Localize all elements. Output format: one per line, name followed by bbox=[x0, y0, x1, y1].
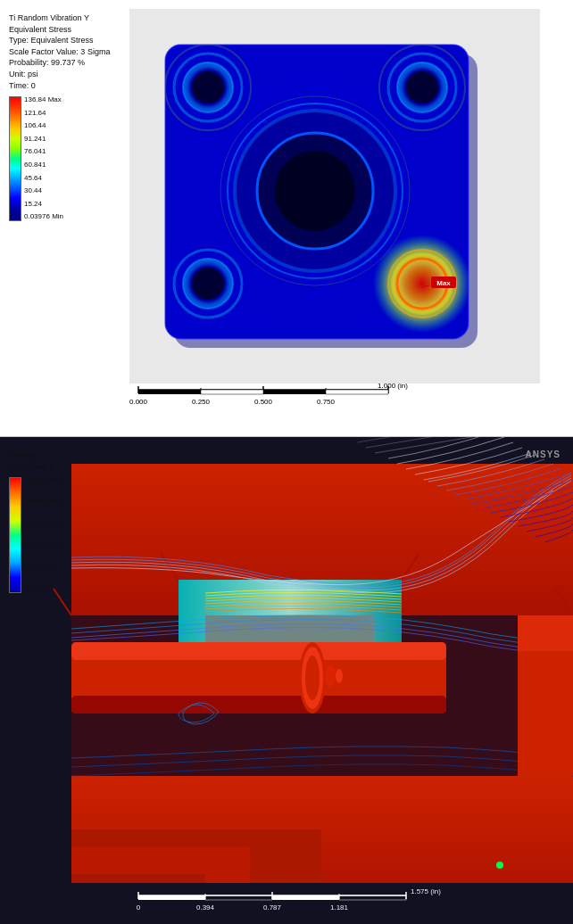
svg-text:0.500: 0.500 bbox=[254, 398, 273, 406]
svg-point-68 bbox=[336, 669, 343, 683]
legend-val-0: 136.84 Max bbox=[24, 96, 63, 104]
top-title: Ti Random Vibration Y bbox=[9, 12, 110, 24]
svg-text:0.250: 0.250 bbox=[192, 398, 211, 406]
svg-text:1.000 (in): 1.000 (in) bbox=[378, 382, 408, 390]
legend-val-7: 30.44 bbox=[24, 187, 63, 195]
bottom-scale-bar: 0 0.394 0.787 1.181 1.575 (in) bbox=[129, 887, 469, 917]
legend-val-4: 76.041 bbox=[24, 148, 63, 156]
svg-point-71 bbox=[496, 862, 503, 869]
svg-rect-42 bbox=[201, 390, 263, 394]
svg-point-31 bbox=[275, 151, 355, 231]
svg-text:0: 0 bbox=[137, 903, 141, 912]
bottom-title2: Streamline 1 bbox=[9, 461, 62, 473]
bottom-legend-val-1: 1.359e+002 bbox=[24, 499, 62, 507]
svg-rect-41 bbox=[138, 390, 201, 394]
bottom-legend: Velocity Streamline 1 1.812e+002 1.359e+… bbox=[9, 450, 62, 593]
svg-point-16 bbox=[192, 268, 224, 300]
cfd-visualization bbox=[0, 437, 573, 924]
bottom-title1: Velocity bbox=[9, 450, 62, 461]
svg-rect-63 bbox=[71, 696, 446, 714]
legend-val-5: 60.841 bbox=[24, 161, 63, 169]
legend-val-3: 91.241 bbox=[24, 136, 63, 144]
top-colorbar bbox=[9, 96, 21, 221]
top-scale-bar: 0.000 0.250 0.500 0.750 1.000 (in) bbox=[129, 381, 451, 411]
svg-point-11 bbox=[406, 71, 438, 103]
bottom-colorbar bbox=[9, 477, 21, 593]
bottom-panel: Velocity Streamline 1 1.812e+002 1.359e+… bbox=[0, 437, 573, 924]
svg-text:0.750: 0.750 bbox=[317, 398, 336, 406]
bottom-legend-val-3: 4.531e+001 bbox=[24, 542, 62, 550]
bottom-legend-val-4: 3.922e-003 bbox=[24, 564, 62, 572]
svg-text:0.000: 0.000 bbox=[129, 398, 148, 406]
legend-val-1: 121.64 bbox=[24, 110, 63, 118]
top-legend-labels: 136.84 Max 121.64 106.44 91.241 76.041 6… bbox=[24, 96, 63, 221]
top-subtitle2: Type: Equivalent Stress bbox=[9, 35, 110, 46]
svg-text:0.787: 0.787 bbox=[263, 903, 282, 912]
svg-rect-73 bbox=[71, 874, 205, 883]
bottom-legend-labels: 1.812e+002 1.359e+002 9.062e+001 4.531e+… bbox=[24, 477, 62, 593]
bottom-legend-val-2: 9.062e+001 bbox=[24, 521, 62, 529]
svg-point-6 bbox=[192, 71, 224, 103]
top-subtitle3: Scale Factor Value: 3 Sigma bbox=[9, 46, 110, 58]
svg-rect-84 bbox=[272, 895, 339, 900]
svg-text:Max: Max bbox=[436, 279, 451, 287]
ansys-watermark: ANSYS bbox=[526, 450, 561, 459]
top-subtitle5: Unit: psi bbox=[9, 69, 110, 80]
top-subtitle4: Probability: 99.737 % bbox=[9, 57, 110, 69]
svg-rect-62 bbox=[71, 642, 446, 660]
svg-text:1.575 (in): 1.575 (in) bbox=[411, 887, 441, 895]
top-panel: Ti Random Vibration Y Equivalent Stress … bbox=[0, 0, 573, 437]
top-legend: Ti Random Vibration Y Equivalent Stress … bbox=[9, 12, 110, 221]
svg-rect-75 bbox=[518, 615, 573, 651]
bottom-legend-unit: [in s^-1] bbox=[24, 585, 62, 593]
svg-rect-82 bbox=[138, 895, 205, 900]
legend-val-8: 15.24 bbox=[24, 201, 63, 209]
legend-val-2: 106.44 bbox=[24, 122, 63, 130]
svg-rect-43 bbox=[263, 390, 326, 394]
svg-text:1.181: 1.181 bbox=[330, 903, 349, 912]
legend-val-6: 45.64 bbox=[24, 175, 63, 183]
svg-point-66 bbox=[305, 656, 320, 700]
svg-rect-44 bbox=[326, 390, 388, 394]
fea-visualization: Max bbox=[129, 9, 540, 384]
svg-point-67 bbox=[325, 665, 336, 687]
top-subtitle1: Equivalent Stress bbox=[9, 24, 110, 36]
bottom-legend-val-0: 1.812e+002 bbox=[24, 477, 62, 485]
legend-val-9: 0.03976 Min bbox=[24, 213, 63, 221]
top-subtitle6: Time: 0 bbox=[9, 80, 110, 92]
svg-text:0.394: 0.394 bbox=[196, 903, 215, 912]
